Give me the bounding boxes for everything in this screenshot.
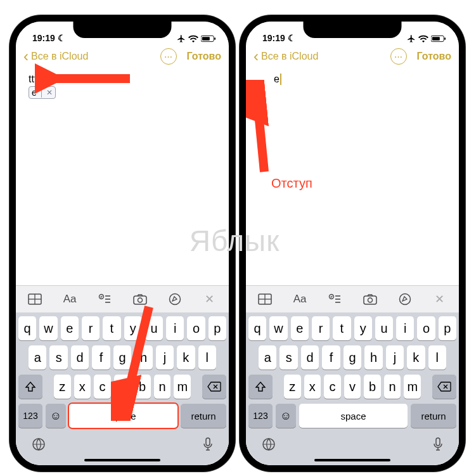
key-z[interactable]: z <box>54 375 71 399</box>
dictation-icon[interactable] <box>432 437 444 456</box>
key-v[interactable]: v <box>344 375 361 399</box>
return-key[interactable]: return <box>181 404 226 428</box>
back-chevron-icon[interactable]: ‹ <box>254 49 259 64</box>
key-z[interactable]: z <box>284 375 301 399</box>
shift-key[interactable] <box>18 375 42 399</box>
key-o[interactable]: o <box>187 316 205 340</box>
key-m[interactable]: m <box>174 375 191 399</box>
text-format-icon[interactable]: Aa <box>57 289 82 309</box>
emoji-key[interactable]: ☺ <box>46 404 66 428</box>
key-q[interactable]: q <box>248 316 266 340</box>
key-w[interactable]: w <box>269 316 287 340</box>
key-j[interactable]: j <box>386 345 404 370</box>
key-v[interactable]: v <box>114 375 131 399</box>
key-m[interactable]: m <box>404 375 421 399</box>
markup-icon[interactable] <box>162 289 188 309</box>
key-b[interactable]: b <box>134 375 151 399</box>
key-f[interactable]: f <box>322 345 340 370</box>
key-i[interactable]: i <box>396 316 414 340</box>
numbers-key[interactable]: 123 <box>18 404 42 428</box>
shift-key[interactable] <box>248 375 273 399</box>
key-row-1: q w e r t y u i o p <box>18 316 226 340</box>
key-d[interactable]: d <box>301 345 319 370</box>
emoji-key[interactable]: ☺ <box>276 404 296 428</box>
key-t[interactable]: t <box>103 316 120 340</box>
key-p[interactable]: p <box>209 316 226 340</box>
key-n[interactable]: n <box>384 375 401 399</box>
close-suggestion-icon[interactable]: ✕ <box>46 88 53 97</box>
space-key[interactable]: space <box>69 404 177 428</box>
key-a[interactable]: a <box>259 345 276 370</box>
back-chevron-icon[interactable]: ‹ <box>23 49 29 64</box>
key-x[interactable]: x <box>74 375 91 399</box>
notch <box>74 22 172 38</box>
table-icon[interactable] <box>252 289 278 309</box>
checklist-icon[interactable] <box>92 289 117 309</box>
key-j[interactable]: j <box>156 345 174 370</box>
key-f[interactable]: f <box>92 345 110 370</box>
key-h[interactable]: h <box>364 345 382 370</box>
close-toolbar-icon[interactable]: ✕ <box>197 289 222 309</box>
key-k[interactable]: k <box>407 345 425 370</box>
key-p[interactable]: p <box>439 316 456 340</box>
key-b[interactable]: b <box>364 375 381 399</box>
key-u[interactable]: u <box>145 316 163 340</box>
key-c[interactable]: c <box>324 375 341 399</box>
key-g[interactable]: g <box>344 345 361 370</box>
numbers-key[interactable]: 123 <box>248 404 273 428</box>
key-i[interactable]: i <box>166 316 184 340</box>
table-icon[interactable] <box>22 289 48 309</box>
key-c[interactable]: c <box>94 375 111 399</box>
note-editor[interactable]: ttt e ✕ <box>16 68 229 285</box>
key-l[interactable]: l <box>428 345 446 370</box>
key-r[interactable]: r <box>82 316 100 340</box>
key-y[interactable]: y <box>354 316 372 340</box>
return-key[interactable]: return <box>411 404 456 428</box>
status-time: 19:19 <box>262 33 285 43</box>
checklist-icon[interactable] <box>322 289 347 309</box>
key-w[interactable]: w <box>39 316 57 340</box>
camera-icon[interactable] <box>127 289 153 309</box>
key-u[interactable]: u <box>375 316 393 340</box>
key-k[interactable]: k <box>177 345 195 370</box>
backspace-key[interactable] <box>432 375 456 399</box>
globe-icon[interactable] <box>261 437 276 456</box>
globe-icon[interactable] <box>31 437 46 456</box>
close-toolbar-icon[interactable]: ✕ <box>427 289 453 309</box>
format-toolbar: Aa ✕ <box>246 285 459 312</box>
key-q[interactable]: q <box>18 316 36 340</box>
home-indicator[interactable] <box>314 459 390 461</box>
key-e[interactable]: e <box>291 316 309 340</box>
camera-icon[interactable] <box>357 289 383 309</box>
done-button[interactable]: Готово <box>187 51 221 62</box>
space-key[interactable]: space <box>299 404 408 428</box>
key-d[interactable]: d <box>71 345 89 370</box>
key-s[interactable]: s <box>279 345 297 370</box>
markup-icon[interactable] <box>392 289 418 309</box>
back-button[interactable]: Все в iCloud <box>31 51 88 62</box>
back-button[interactable]: Все в iCloud <box>261 51 318 62</box>
more-button[interactable]: ⋯ <box>390 48 407 65</box>
text-format-icon[interactable]: Aa <box>287 289 312 309</box>
home-indicator[interactable] <box>84 459 160 461</box>
key-s[interactable]: s <box>49 345 67 370</box>
replacement-suggestion[interactable]: e ✕ <box>29 86 56 99</box>
svg-rect-19 <box>444 37 446 40</box>
backspace-key[interactable] <box>202 375 226 399</box>
key-y[interactable]: y <box>124 316 142 340</box>
key-o[interactable]: o <box>417 316 435 340</box>
done-button[interactable]: Готово <box>417 51 451 62</box>
key-e[interactable]: e <box>61 316 79 340</box>
note-editor[interactable]: e Отступ <box>246 68 459 285</box>
key-h[interactable]: h <box>134 345 152 370</box>
more-button[interactable]: ⋯ <box>160 48 177 65</box>
svg-rect-28 <box>364 296 376 304</box>
key-l[interactable]: l <box>198 345 216 370</box>
dictation-icon[interactable] <box>202 437 214 456</box>
key-a[interactable]: a <box>29 345 46 370</box>
key-r[interactable]: r <box>312 316 330 340</box>
key-g[interactable]: g <box>113 345 131 370</box>
key-n[interactable]: n <box>154 375 171 399</box>
key-t[interactable]: t <box>333 316 350 340</box>
key-x[interactable]: x <box>304 375 321 399</box>
